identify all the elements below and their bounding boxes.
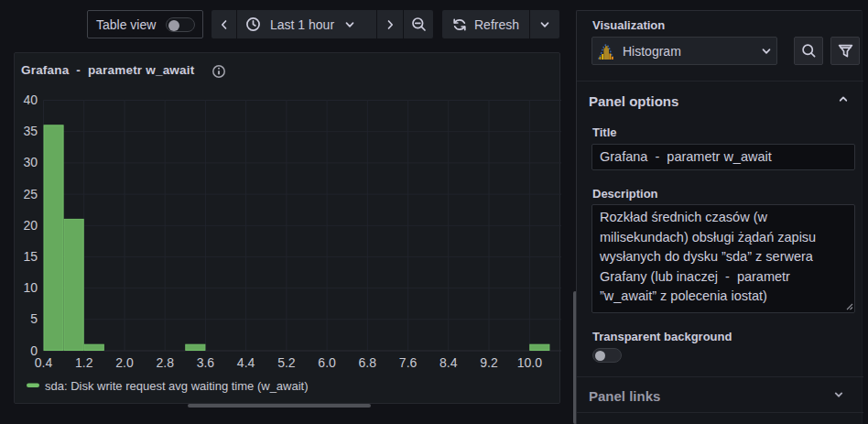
svg-text:6.0: 6.0 bbox=[318, 355, 336, 370]
svg-text:2.0: 2.0 bbox=[115, 355, 134, 370]
svg-text:4.4: 4.4 bbox=[237, 355, 255, 370]
svg-text:9.2: 9.2 bbox=[480, 355, 498, 370]
svg-text:sda: Disk write request avg wa: sda: Disk write request avg waiting time… bbox=[45, 379, 309, 393]
svg-text:15: 15 bbox=[23, 249, 38, 264]
svg-text:5: 5 bbox=[30, 311, 38, 326]
svg-text:1.2: 1.2 bbox=[75, 355, 93, 370]
svg-text:8.4: 8.4 bbox=[439, 355, 458, 370]
svg-text:5.2: 5.2 bbox=[277, 355, 296, 370]
svg-text:35: 35 bbox=[23, 124, 38, 138]
svg-text:25: 25 bbox=[23, 187, 38, 201]
svg-text:10.0: 10.0 bbox=[517, 355, 542, 370]
svg-text:6.8: 6.8 bbox=[359, 355, 377, 370]
svg-text:40: 40 bbox=[23, 92, 38, 107]
svg-text:0.4: 0.4 bbox=[35, 355, 53, 370]
svg-text:3.6: 3.6 bbox=[197, 355, 215, 370]
svg-text:20: 20 bbox=[23, 218, 38, 233]
svg-text:2.8: 2.8 bbox=[156, 355, 174, 370]
svg-text:10: 10 bbox=[23, 280, 38, 295]
svg-text:7.6: 7.6 bbox=[399, 355, 418, 370]
svg-text:30: 30 bbox=[23, 155, 38, 169]
